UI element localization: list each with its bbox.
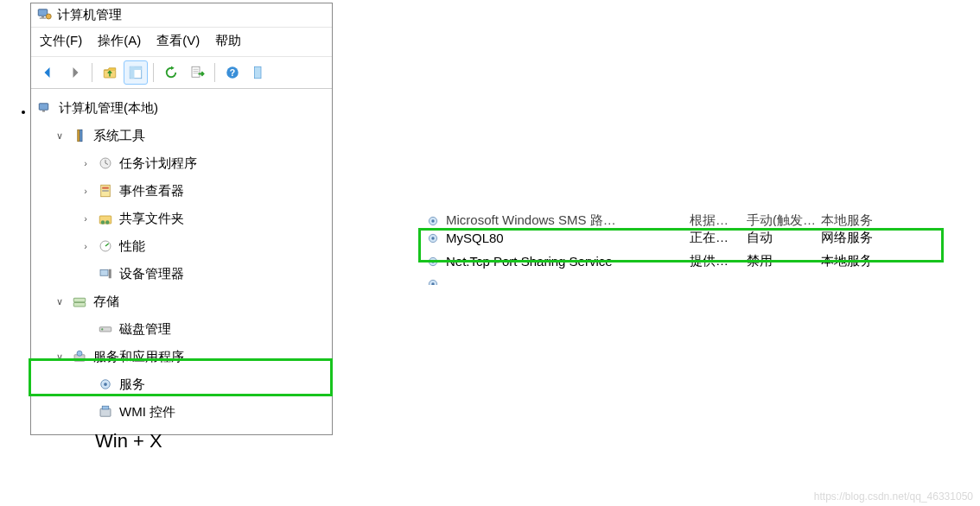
expand-icon[interactable]: ∨	[54, 289, 66, 313]
tree-label: 性能	[119, 234, 145, 258]
svg-point-37	[431, 219, 434, 222]
refresh-button[interactable]	[159, 60, 183, 85]
service-name: Net.Tcp Port Sharing Service	[446, 254, 613, 269]
menu-help[interactable]: 帮助	[215, 33, 241, 49]
svg-rect-7	[130, 66, 142, 70]
service-logon: 本地服务	[821, 212, 907, 226]
titlebar: 计算机管理	[31, 3, 332, 27]
svg-rect-2	[40, 18, 47, 19]
svg-text:?: ?	[230, 67, 235, 78]
forward-button[interactable]	[62, 60, 86, 85]
svg-rect-1	[41, 16, 44, 18]
svg-rect-25	[109, 269, 111, 279]
expand-icon[interactable]: ›	[80, 179, 92, 203]
show-hide-tree-button[interactable]	[124, 60, 148, 85]
tree-disk-management[interactable]: · 磁盘管理	[35, 315, 328, 343]
back-button[interactable]	[36, 60, 60, 85]
svg-rect-27	[73, 303, 86, 307]
wmi-icon	[97, 403, 114, 421]
gear-icon	[425, 213, 441, 227]
service-logon: 网络服务	[821, 230, 907, 246]
menu-view[interactable]: 查看(V)	[156, 33, 200, 49]
service-desc: 提供…	[690, 253, 741, 269]
svg-rect-18	[102, 187, 109, 189]
tree-device-manager[interactable]: · 设备管理器	[35, 260, 328, 288]
up-folder-button[interactable]	[98, 60, 122, 85]
svg-point-29	[101, 328, 103, 330]
expand-icon[interactable]: ∨	[54, 123, 66, 148]
tree-event-viewer[interactable]: › 事件查看器	[35, 177, 328, 205]
menu-file[interactable]: 文件(F)	[40, 33, 82, 49]
toolbar-extra-button[interactable]	[246, 60, 270, 85]
service-startup: 自动	[747, 230, 816, 246]
svg-rect-15	[80, 130, 82, 142]
expand-icon[interactable]: ›	[80, 151, 92, 175]
expand-icon[interactable]: ∨	[54, 345, 66, 369]
storage-icon	[71, 293, 88, 310]
gear-icon	[97, 376, 114, 393]
service-row[interactable]: Microsoft Windows SMS 路… 根据… 手动(触发… 本地服务	[420, 209, 943, 226]
svg-rect-35	[102, 406, 109, 409]
svg-point-22	[105, 220, 110, 225]
service-name: MySQL80	[446, 231, 504, 245]
services-apps-icon	[71, 348, 88, 365]
gear-icon	[425, 254, 441, 269]
tree-label: 服务和应用程序	[93, 345, 184, 369]
help-button[interactable]: ?	[220, 60, 245, 85]
watermark: https://blog.csdn.net/qq_46331050	[814, 490, 973, 503]
computer-management-window: 计算机管理 文件(F) 操作(A) 查看(V) 帮助 ?	[30, 3, 333, 435]
svg-rect-11	[255, 66, 262, 79]
toolbar-separator	[92, 63, 92, 82]
service-startup: 手动(触发…	[747, 212, 816, 226]
event-icon	[97, 182, 114, 199]
clock-icon	[97, 155, 114, 172]
expand-icon[interactable]: ›	[80, 234, 92, 258]
tree-root[interactable]: 计算机管理(本地)	[35, 94, 328, 122]
annotation-shortcut: Win + X	[95, 430, 162, 452]
services-list: Microsoft Windows SMS 路… 根据… 手动(触发… 本地服务…	[420, 209, 943, 285]
gear-icon	[425, 276, 441, 285]
tree-label: 事件查看器	[119, 179, 184, 203]
tree-services[interactable]: · 服务	[35, 370, 328, 398]
service-startup: 禁用	[747, 253, 816, 269]
svg-rect-0	[38, 9, 48, 16]
tools-icon	[71, 127, 88, 144]
toolbar-separator	[153, 63, 154, 82]
tree-performance[interactable]: › 性能	[35, 232, 328, 260]
gear-icon	[425, 231, 441, 246]
menu-action[interactable]: 操作(A)	[98, 33, 141, 49]
tree-label: WMI 控件	[119, 400, 175, 424]
tree-label: 服务	[119, 372, 145, 396]
service-name: Microsoft Windows SMS 路…	[446, 212, 616, 226]
svg-point-33	[104, 383, 107, 386]
export-list-button[interactable]	[185, 60, 209, 85]
tree-storage[interactable]: ∨ 存储	[35, 288, 328, 315]
svg-point-21	[101, 220, 105, 225]
svg-rect-19	[102, 190, 109, 192]
tree-task-scheduler[interactable]: › 任务计划程序	[35, 149, 328, 177]
tree-shared-folders[interactable]: › 共享文件夹	[35, 205, 328, 232]
expand-icon[interactable]: ›	[80, 206, 92, 231]
service-logon: 本地服务	[821, 253, 907, 269]
service-desc: 正在…	[690, 230, 741, 246]
toolbar: ?	[31, 56, 332, 89]
tree-label: 系统工具	[93, 123, 145, 148]
svg-point-31	[77, 351, 82, 356]
service-row[interactable]: Net.Tcp Port Sharing Service 提供… 禁用 本地服务	[420, 250, 943, 273]
performance-icon	[97, 237, 114, 255]
svg-point-3	[46, 14, 51, 19]
device-icon	[97, 265, 114, 282]
tree-system-tools[interactable]: ∨ 系统工具	[35, 122, 328, 149]
svg-rect-8	[192, 66, 200, 77]
tree-label: 存储	[93, 289, 119, 313]
nav-tree: 计算机管理(本地) ∨ 系统工具 ›	[31, 89, 332, 434]
svg-rect-12	[39, 104, 48, 111]
svg-rect-34	[100, 408, 111, 416]
svg-rect-24	[100, 270, 108, 276]
service-row[interactable]	[420, 273, 943, 285]
tree-label: 磁盘管理	[119, 317, 171, 341]
service-row-mysql[interactable]: MySQL80 正在… 自动 网络服务	[420, 226, 943, 250]
tree-services-apps[interactable]: ∨ 服务和应用程序	[35, 343, 328, 370]
tree-wmi[interactable]: · WMI 控件	[35, 398, 328, 426]
svg-rect-13	[42, 111, 45, 112]
